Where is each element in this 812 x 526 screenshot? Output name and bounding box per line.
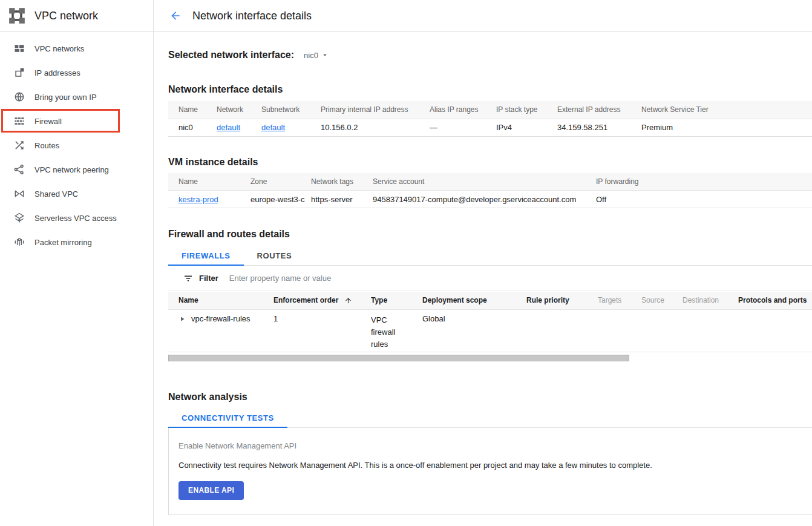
- cell-ip-forwarding: Off: [596, 191, 812, 208]
- vm-instance-link[interactable]: kestra-prod: [178, 195, 218, 204]
- column-header-targets[interactable]: Targets: [598, 292, 641, 309]
- cell-enforcement-order: 1: [273, 309, 371, 352]
- interface-details-table: Name Network Subnetwork Primary internal…: [168, 101, 812, 137]
- cell-service-tier: Premium: [641, 119, 812, 136]
- routes-icon: [13, 139, 25, 151]
- interface-select-value: nic0: [304, 51, 318, 60]
- back-button[interactable]: [168, 8, 183, 23]
- sidebar: VPC network VPC networks IP addresses Br…: [0, 0, 154, 526]
- sidebar-item-ip-addresses[interactable]: IP addresses: [0, 61, 153, 85]
- sidebar-item-shared-vpc[interactable]: Shared VPC: [0, 182, 153, 206]
- cell-alias-ranges: —: [430, 119, 496, 136]
- sidebar-item-vpc-network-peering[interactable]: VPC network peering: [0, 157, 153, 182]
- sidebar-item-label: Firewall: [34, 117, 62, 126]
- sidebar-item-firewall[interactable]: Firewall: [0, 109, 153, 133]
- vm-details-table: Name Zone Network tags Service account I…: [168, 173, 812, 209]
- cell-stack-type: IPv4: [496, 119, 557, 136]
- packet-mirroring-icon: [13, 236, 25, 248]
- sidebar-item-routes[interactable]: Routes: [0, 133, 153, 157]
- column-header: Network: [217, 101, 261, 119]
- column-header-source[interactable]: Source: [641, 292, 683, 309]
- column-header: IP forwarding: [596, 173, 812, 191]
- network-link[interactable]: default: [217, 123, 240, 132]
- connectivity-tests-card: Enable Network Management API Connectivi…: [168, 428, 812, 515]
- column-header-destination[interactable]: Destination: [683, 292, 738, 309]
- sidebar-item-label: Routes: [34, 141, 59, 150]
- column-header: External IP address: [557, 101, 641, 119]
- cell-network-tags: https-server: [311, 191, 373, 208]
- subnetwork-link[interactable]: default: [261, 123, 285, 132]
- cell-zone: europe-west3-c: [250, 191, 311, 208]
- enable-api-description: Connectivity test requires Network Manag…: [178, 461, 802, 470]
- table-row[interactable]: vpc-firewall-rules 1 VPC firewall rules …: [168, 309, 812, 352]
- sort-ascending-icon: [344, 297, 352, 304]
- tab-connectivity-tests[interactable]: CONNECTIVITY TESTS: [168, 410, 287, 427]
- filter-input[interactable]: [228, 273, 812, 283]
- cell-type: VPC firewall rules: [371, 309, 422, 352]
- firewalls-table: Name Enforcement order Type Deployment s…: [168, 292, 812, 352]
- cell-protocols-ports: [738, 309, 812, 352]
- column-header: Network tags: [311, 173, 373, 191]
- table-header-row: Name Network Subnetwork Primary internal…: [168, 101, 812, 119]
- vpc-networks-icon: [13, 42, 25, 54]
- column-header-deployment-scope[interactable]: Deployment scope: [422, 292, 526, 309]
- horizontal-scrollbar: [168, 354, 812, 362]
- column-header-type[interactable]: Type: [371, 292, 422, 309]
- cell-name: nic0: [168, 119, 217, 136]
- main-panel: Network interface details Selected netwo…: [154, 0, 812, 526]
- column-header: Subnetwork: [261, 101, 321, 119]
- sidebar-item-vpc-networks[interactable]: VPC networks: [0, 36, 153, 61]
- firewall-routes-title: Firewall and routes details: [168, 228, 812, 240]
- sidebar-item-label: Shared VPC: [34, 189, 78, 199]
- horizontal-scrollbar-thumb[interactable]: [168, 355, 629, 361]
- column-header-name[interactable]: Name: [168, 292, 273, 309]
- cell-rule-priority: [526, 309, 598, 352]
- page-header: Network interface details: [154, 0, 812, 32]
- table-header-row: Name Zone Network tags Service account I…: [168, 173, 812, 191]
- app-title: VPC network: [34, 10, 98, 22]
- cell-destination: [683, 309, 738, 352]
- table-row: nic0 default default 10.156.0.2 — IPv4 3…: [168, 119, 812, 136]
- tab-firewalls[interactable]: FIREWALLS: [168, 248, 244, 265]
- sidebar-header: VPC network: [0, 0, 153, 32]
- sidebar-nav: VPC networks IP addresses Bring your own…: [0, 32, 153, 254]
- sidebar-item-label: Bring your own IP: [34, 93, 97, 102]
- sidebar-item-packet-mirroring[interactable]: Packet mirroring: [0, 230, 153, 254]
- vpc-network-peering-icon: [13, 163, 25, 176]
- sidebar-item-serverless-vpc-access[interactable]: Serverless VPC access: [0, 206, 153, 230]
- column-header-enforcement-order[interactable]: Enforcement order: [273, 292, 371, 309]
- tab-routes[interactable]: ROUTES: [244, 248, 306, 265]
- shared-vpc-icon: [13, 188, 25, 200]
- column-header: Name: [168, 101, 217, 119]
- column-header: Zone: [250, 173, 311, 191]
- column-header: Name: [168, 173, 250, 191]
- selected-interface-label: Selected network interface:: [168, 50, 294, 61]
- vm-details-title: VM instance details: [168, 156, 812, 168]
- ip-addresses-icon: [13, 67, 25, 79]
- column-header: IP stack type: [496, 101, 557, 119]
- cell-deployment-scope: Global: [422, 309, 526, 352]
- page-title: Network interface details: [192, 10, 312, 22]
- vpc-network-logo-icon: [8, 7, 25, 24]
- globe-icon: [13, 91, 25, 103]
- column-header: Network Service Tier: [641, 101, 812, 119]
- column-header-protocols-ports[interactable]: Protocols and ports: [738, 292, 812, 309]
- interface-select[interactable]: nic0: [304, 51, 329, 60]
- enable-api-button[interactable]: ENABLE API: [178, 481, 244, 500]
- cell-targets: [598, 309, 641, 352]
- expand-row-icon[interactable]: [178, 315, 186, 323]
- firewall-icon: [13, 115, 25, 127]
- sidebar-item-label: VPC networks: [34, 44, 84, 53]
- firewall-routes-tabs: FIREWALLS ROUTES: [168, 248, 812, 266]
- column-header: Alias IP ranges: [430, 101, 496, 119]
- filter-icon[interactable]: [183, 273, 194, 284]
- filter-label: Filter: [199, 274, 218, 283]
- enable-api-subtitle: Enable Network Management API: [178, 441, 802, 450]
- cell-service-account: 945837149017-compute@developer.gservicea…: [373, 191, 596, 208]
- sidebar-item-label: Serverless VPC access: [34, 214, 117, 223]
- cell-external-ip: 34.159.58.251: [557, 119, 641, 136]
- cell-source: [641, 309, 683, 352]
- interface-details-title: Network interface details: [168, 84, 812, 95]
- column-header-rule-priority[interactable]: Rule priority: [526, 292, 598, 309]
- sidebar-item-bring-your-own-ip[interactable]: Bring your own IP: [0, 85, 153, 109]
